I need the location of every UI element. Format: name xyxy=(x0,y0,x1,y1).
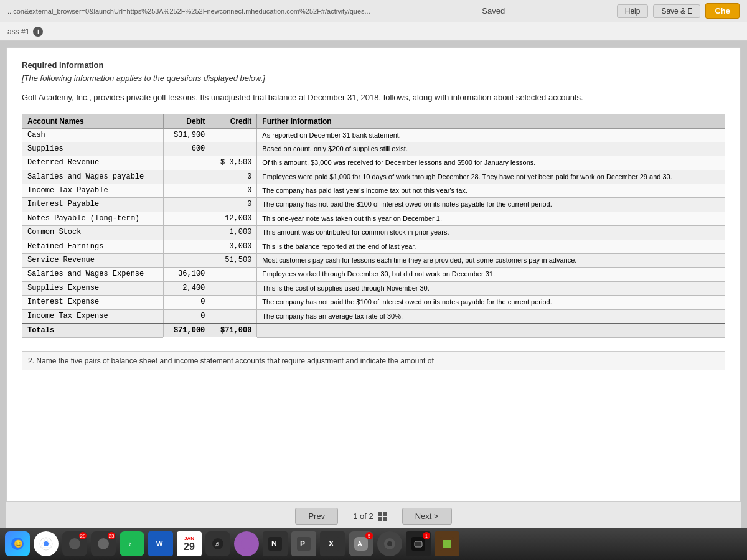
cell-credit: $71,000 xyxy=(210,324,257,338)
cell-info: The company has an average tax rate of 3… xyxy=(257,309,725,324)
cell-credit xyxy=(210,296,257,309)
svg-rect-1 xyxy=(383,512,387,516)
svg-text:♬: ♬ xyxy=(214,539,220,548)
cell-info: This amount was contributed for common s… xyxy=(257,226,725,240)
svg-rect-30 xyxy=(443,540,451,548)
cell-debit xyxy=(164,198,210,212)
prev-button[interactable]: Prev xyxy=(295,508,338,525)
svg-text:♪: ♪ xyxy=(128,540,132,548)
cell-account: Salaries and Wages Expense xyxy=(22,268,164,281)
cell-credit: 1,000 xyxy=(210,226,257,240)
svg-rect-28 xyxy=(415,541,422,547)
cell-info: This is the cost of supplies used throug… xyxy=(257,281,725,295)
cell-info: The company has paid last year's income … xyxy=(257,184,725,198)
col-account-names: Account Names xyxy=(22,114,164,128)
table-row: Salaries and Wages payable0Employees wer… xyxy=(22,170,725,184)
cell-debit: $31,900 xyxy=(164,128,210,142)
cell-credit: $ 3,500 xyxy=(210,156,257,170)
taskbar-app-3[interactable]: 28 xyxy=(62,531,87,556)
cell-info xyxy=(257,324,725,338)
nav-bar: Prev 1 of 2 Next > xyxy=(6,502,741,530)
badge-23: 23 xyxy=(108,532,115,539)
cell-credit: 0 xyxy=(210,184,257,198)
table-row: Salaries and Wages Expense36,100Employee… xyxy=(22,268,725,281)
cell-account: Totals xyxy=(22,324,164,338)
taskbar-finder[interactable]: 😊 xyxy=(5,531,30,556)
save-exit-button[interactable]: Save & E xyxy=(653,4,700,18)
svg-point-26 xyxy=(387,541,392,546)
cell-debit xyxy=(164,184,210,198)
svg-text:N: N xyxy=(271,539,277,548)
cell-credit: 51,500 xyxy=(210,254,257,268)
cell-credit xyxy=(210,142,257,156)
cell-credit xyxy=(210,128,257,142)
camera-badge: 1 xyxy=(423,532,430,539)
cell-account: Service Revenue xyxy=(22,254,164,268)
taskbar-game[interactable] xyxy=(435,531,459,556)
table-row: Service Revenue51,500Most customers pay … xyxy=(22,254,725,268)
cell-debit xyxy=(164,254,210,268)
assignment-label: ass #1 i xyxy=(0,22,747,41)
required-info-title: Required information xyxy=(22,60,725,70)
cell-info: As reported on December 31 bank statemen… xyxy=(257,128,725,142)
grid-icon[interactable] xyxy=(378,512,387,521)
cell-account: Salaries and Wages payable xyxy=(22,170,164,184)
cell-info: This is the balance reported at the end … xyxy=(257,240,725,253)
svg-point-7 xyxy=(44,541,49,546)
taskbar-chrome[interactable] xyxy=(34,531,59,556)
cell-debit xyxy=(164,212,210,225)
next-button[interactable]: Next > xyxy=(402,508,452,525)
url-text: ...con&external_browser=0&launchUrl=http… xyxy=(7,7,370,15)
table-row: Supplies600Based on count, only $200 of … xyxy=(22,142,725,156)
table-row: Interest Expense0The company has not pai… xyxy=(22,296,725,309)
page-info: 1 of 2 xyxy=(353,511,387,521)
taskbar-spotify[interactable]: ♪ xyxy=(120,531,144,556)
taskbar-podcast[interactable] xyxy=(234,531,259,556)
help-button[interactable]: Help xyxy=(617,4,649,18)
cell-info: Most customers pay cash for lessons each… xyxy=(257,254,725,268)
cell-credit xyxy=(210,281,257,295)
cell-debit: 36,100 xyxy=(164,268,210,281)
taskbar-month: JAN xyxy=(184,536,194,541)
required-info-subtitle: [The following information applies to th… xyxy=(22,73,725,83)
check-button[interactable]: Che xyxy=(705,3,740,19)
app-a-badge: 5 xyxy=(365,532,373,539)
taskbar-a-app[interactable]: A 5 xyxy=(349,531,374,556)
cell-credit: 0 xyxy=(210,170,257,184)
col-debit: Debit xyxy=(164,114,210,128)
svg-text:A: A xyxy=(357,540,362,548)
taskbar-calendar[interactable]: JAN 29 xyxy=(177,531,202,556)
cell-credit xyxy=(210,268,257,281)
table-row: Income Tax Payable0The company has paid … xyxy=(22,184,725,198)
cell-debit: 0 xyxy=(164,296,210,309)
taskbar-p-app[interactable]: P xyxy=(291,531,316,556)
cell-account: Interest Payable xyxy=(22,198,164,212)
info-icon[interactable]: i xyxy=(33,27,43,37)
taskbar-camera[interactable]: 1 xyxy=(406,531,431,556)
taskbar-app-4[interactable]: 23 xyxy=(91,531,116,556)
svg-point-8 xyxy=(69,538,80,549)
cell-account: Supplies Expense xyxy=(22,281,164,295)
taskbar-day: 29 xyxy=(184,541,195,553)
svg-text:W: W xyxy=(156,540,163,548)
cell-credit: 0 xyxy=(210,198,257,212)
taskbar-music[interactable]: ♬ xyxy=(205,531,230,556)
table-header-row: Account Names Debit Credit Further Infor… xyxy=(22,114,725,128)
top-bar-left: ...con&external_browser=0&launchUrl=http… xyxy=(7,7,370,15)
taskbar-settings[interactable] xyxy=(377,531,402,556)
svg-rect-0 xyxy=(378,512,382,516)
badge-28: 28 xyxy=(79,532,87,539)
taskbar-x-app[interactable]: X xyxy=(320,531,345,556)
top-bar-right: Help Save & E Che xyxy=(617,3,740,19)
cell-debit: 0 xyxy=(164,309,210,324)
svg-point-9 xyxy=(98,538,109,549)
assignment-text: ass #1 xyxy=(7,27,29,36)
taskbar-word[interactable]: W xyxy=(148,531,173,556)
svg-point-16 xyxy=(241,538,252,549)
taskbar-n-app[interactable]: N xyxy=(263,531,288,556)
cell-account: Common Stock xyxy=(22,226,164,240)
table-row: Retained Earnings3,000This is the balanc… xyxy=(22,240,725,253)
page-label: 1 of 2 xyxy=(353,511,374,521)
table-row: Notes Payable (long-term)12,000This one-… xyxy=(22,212,725,225)
top-bar: ...con&external_browser=0&launchUrl=http… xyxy=(0,0,747,22)
